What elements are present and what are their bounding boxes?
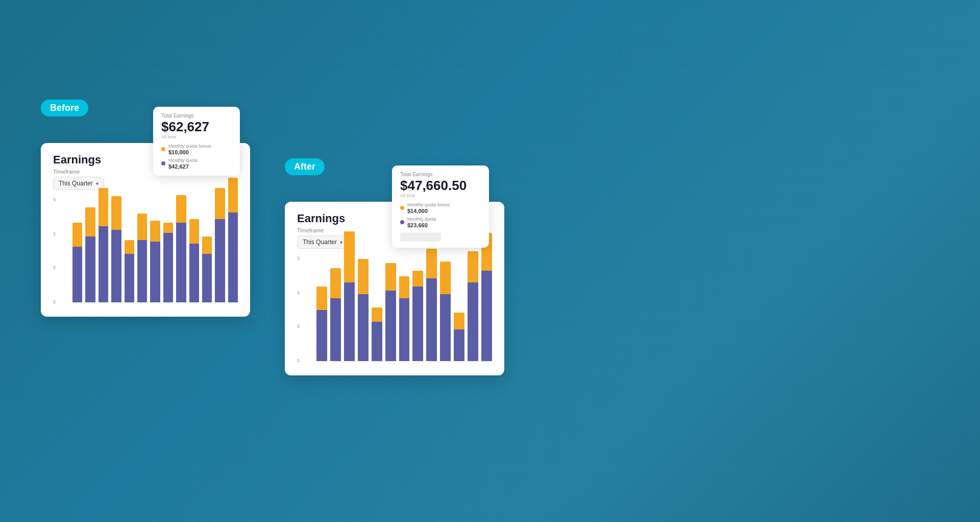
bar-group — [99, 188, 108, 302]
bar-group — [440, 262, 451, 361]
bar-purple — [316, 310, 327, 361]
bar-orange — [385, 263, 396, 291]
bar-group — [454, 313, 464, 361]
bar-group — [412, 271, 423, 361]
bar-group — [189, 219, 199, 302]
before-timeframe-select[interactable]: This Quarter ▾ — [53, 177, 104, 190]
before-y-labels: $ $ $ $ — [53, 197, 56, 304]
after-timeframe-select[interactable]: This Quarter ▾ — [297, 235, 348, 249]
before-tooltip-sub: All time — [161, 134, 232, 139]
after-quota-value: $23,660 — [407, 222, 436, 228]
after-bars-container — [306, 256, 492, 363]
bar-purple — [228, 212, 238, 302]
bar-orange — [412, 271, 423, 287]
bar-orange — [316, 287, 327, 310]
bar-purple — [344, 282, 355, 361]
before-chart-area: $ $ $ $ — [53, 197, 238, 304]
bar-group — [344, 231, 355, 361]
purple-dot — [161, 161, 165, 165]
bar-group — [137, 213, 147, 302]
bar-purple — [72, 247, 82, 302]
bar-orange — [372, 307, 382, 322]
bar-group — [228, 178, 238, 302]
bar-orange — [85, 207, 95, 236]
after-tooltip-title: Total Earnings — [400, 172, 481, 177]
after-chart-area: $ $ $ $ — [297, 256, 492, 363]
bar-orange — [228, 178, 238, 212]
bar-group — [468, 251, 478, 361]
bar-group — [358, 259, 369, 361]
bar-group — [481, 233, 492, 361]
bar-orange — [137, 213, 147, 240]
bar-orange — [330, 268, 341, 298]
bar-purple — [330, 298, 341, 361]
bar-purple — [189, 244, 199, 302]
bar-purple — [85, 236, 95, 302]
bar-group — [399, 276, 410, 361]
bar-orange — [358, 259, 369, 294]
bar-orange — [189, 219, 199, 244]
bar-purple — [111, 230, 121, 303]
bar-purple — [202, 254, 212, 302]
bar-group — [111, 196, 121, 302]
bar-orange — [150, 221, 160, 242]
bar-orange — [125, 240, 134, 254]
bar-orange — [344, 231, 355, 282]
bar-orange — [176, 195, 186, 223]
before-tooltip-row-1: Monthly quota bonus $10,000 — [161, 144, 232, 155]
after-section: After Total Earnings $47,660.50 All time… — [285, 158, 504, 375]
before-timeframe-value: This Quarter — [59, 180, 93, 187]
bar-group — [426, 249, 437, 361]
bar-purple — [163, 233, 173, 302]
purple-dot-after — [400, 220, 404, 224]
bar-group — [372, 307, 382, 361]
before-section: Before Total Earnings $62,627 All time M… — [41, 100, 250, 317]
bar-orange — [454, 313, 464, 330]
bar-group — [125, 240, 134, 302]
orange-dot — [161, 147, 165, 151]
bar-purple — [99, 226, 108, 302]
after-quota-label: Monthly quota — [407, 217, 436, 222]
bar-orange — [99, 188, 108, 226]
bar-purple — [440, 294, 451, 361]
bar-group — [385, 263, 396, 361]
after-tooltip-card: Total Earnings $47,660.50 All time Month… — [392, 165, 489, 248]
bar-purple — [150, 242, 160, 302]
bar-orange — [163, 223, 173, 233]
before-tooltip-card: Total Earnings $62,627 All time Monthly … — [153, 107, 240, 176]
bar-group — [85, 207, 95, 302]
after-bonus-value: $14,000 — [407, 208, 450, 214]
after-timeframe-value: This Quarter — [303, 239, 337, 246]
after-tooltip-amount: $47,660.50 — [400, 178, 481, 193]
before-tooltip-row-2: Monthly quota $42,627 — [161, 158, 232, 170]
bar-purple — [399, 298, 410, 361]
before-bonus-label: Monthly quota bonus — [168, 144, 211, 149]
after-bonus-label: Monthly quota bonus — [407, 202, 450, 207]
bar-group — [163, 223, 173, 302]
bar-orange — [426, 249, 437, 278]
before-bonus-value: $10,000 — [168, 149, 211, 155]
before-tooltip-amount: $62,627 — [161, 120, 232, 134]
bar-purple — [385, 291, 396, 361]
after-badge: After — [285, 158, 325, 175]
before-bars-container — [62, 197, 238, 304]
bar-purple — [176, 223, 186, 302]
bar-purple — [454, 329, 464, 361]
bar-purple — [215, 219, 225, 302]
chevron-down-icon-after: ▾ — [340, 240, 342, 245]
bar-group — [72, 223, 82, 302]
before-badge: Before — [41, 100, 88, 116]
after-tooltip-row-2: Monthly quota $23,660 — [400, 217, 481, 228]
bar-purple — [358, 294, 369, 361]
before-quota-label: Monthly quota — [168, 158, 198, 163]
bar-group — [215, 188, 225, 302]
before-quota-value: $42,627 — [168, 163, 198, 170]
bar-orange — [72, 223, 82, 247]
bar-orange — [399, 276, 410, 298]
bar-orange — [468, 251, 478, 283]
bar-purple — [481, 271, 492, 361]
chevron-down-icon: ▾ — [96, 181, 99, 186]
bar-orange — [202, 236, 212, 254]
bar-orange — [215, 188, 225, 219]
bar-group — [176, 195, 186, 302]
